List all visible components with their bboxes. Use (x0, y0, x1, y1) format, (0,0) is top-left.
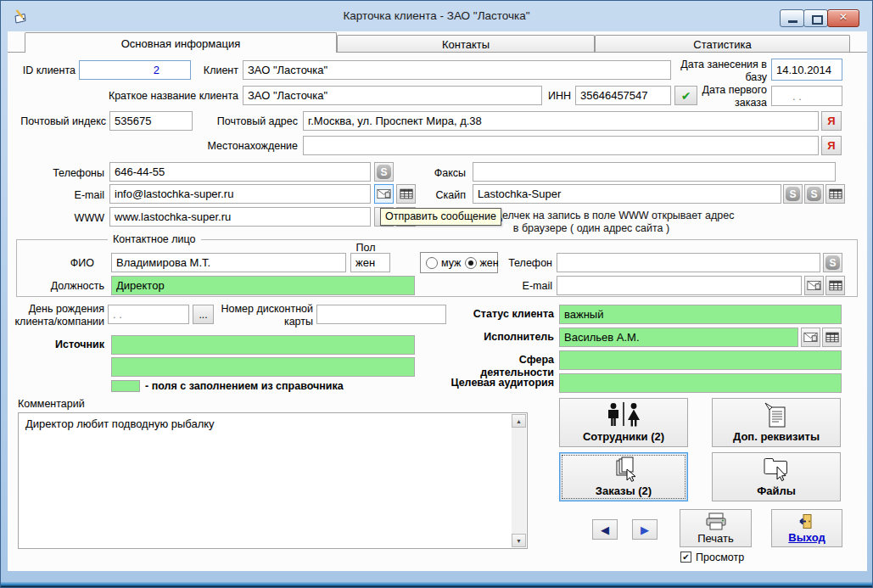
email-list-button[interactable] (396, 184, 416, 204)
gender-value-field[interactable] (350, 253, 390, 272)
contact-send-email-button[interactable] (804, 276, 824, 295)
contact-person-group-title: Контактное лицо (108, 233, 201, 245)
scroll-up-icon: ▲ (516, 418, 522, 424)
business-sphere-field[interactable] (559, 350, 842, 370)
discount-card-label: Номер дисконтной карты (213, 303, 313, 328)
contact-phone-label: Телефон (501, 257, 552, 270)
source-label: Источник (43, 339, 104, 351)
scroll-down-button[interactable]: ▼ (512, 534, 526, 547)
table-icon (829, 188, 842, 199)
phones-field[interactable] (109, 162, 371, 182)
client-status-field[interactable] (559, 305, 842, 324)
client-card-window: Карточка клиента - ЗАО "Ласточка" ✕ Осно… (0, 0, 873, 588)
contact-phone-field[interactable] (557, 253, 820, 272)
birthday-label: День рождения клиента/компании (4, 303, 104, 328)
position-field[interactable] (111, 276, 415, 295)
gender-male-label: муж (441, 257, 462, 269)
www-field[interactable] (109, 207, 371, 227)
birthday-field[interactable] (108, 305, 189, 324)
postal-code-label: Почтовый индекс (6, 115, 106, 128)
faxes-field[interactable] (473, 162, 836, 182)
executor-send-email-button[interactable] (801, 328, 820, 347)
www-label: WWW (69, 212, 104, 225)
extra-requisites-button[interactable]: Доп. реквизиты (712, 398, 841, 447)
dictionary-legend-text: - поля с заполнением из справочника (145, 380, 400, 393)
employees-button[interactable]: Сотрудники (2) (559, 398, 688, 447)
prev-record-button[interactable]: ◀ (592, 519, 618, 540)
phones-label: Телефоны (48, 167, 104, 180)
tab-main-info[interactable]: Основная информация (25, 32, 337, 53)
location-field[interactable] (303, 136, 819, 155)
close-button[interactable]: ✕ (827, 9, 859, 27)
business-sphere-label: Сфера деятельности (444, 354, 554, 379)
files-folder-icon (762, 456, 791, 482)
first-order-date-field[interactable] (771, 86, 842, 106)
gender-male-radio[interactable] (426, 257, 438, 269)
date-added-label: Дата занесения в базу (675, 59, 767, 84)
discount-card-field[interactable] (316, 305, 446, 324)
minimize-button[interactable] (780, 9, 804, 27)
contact-skype-button[interactable]: S (823, 253, 842, 272)
inn-field[interactable] (575, 86, 671, 105)
scroll-down-icon: ▼ (516, 538, 522, 544)
prev-arrow-icon: ◀ (601, 524, 609, 536)
print-button[interactable]: Печать (680, 509, 752, 547)
contact-fio-field[interactable] (111, 253, 346, 272)
preview-checkbox-label: Просмотр (696, 552, 755, 564)
client-status-label: Статус клиента (471, 308, 554, 321)
table-icon (825, 332, 839, 343)
close-icon: ✕ (828, 11, 859, 23)
send-email-button[interactable] (374, 184, 394, 204)
tab-contacts[interactable]: Контакты (337, 35, 595, 53)
skype-call-button-2[interactable]: S (783, 184, 803, 204)
files-button-label: Файлы (757, 484, 796, 497)
yandex-address-button[interactable]: Я (821, 111, 842, 131)
app-card-pen-icon[interactable] (12, 8, 29, 25)
skype-icon: S (377, 165, 391, 179)
date-added-field[interactable] (771, 59, 842, 81)
location-label: Местонахождение (193, 140, 298, 153)
table-icon (829, 280, 842, 291)
short-name-field[interactable] (243, 86, 542, 105)
yandex-location-button[interactable]: Я (821, 136, 842, 155)
exit-button[interactable]: Выход (771, 509, 842, 547)
orders-button[interactable]: Заказы (2) (559, 452, 688, 501)
send-message-tooltip: Отправить сообщение (380, 208, 501, 226)
source-field-1[interactable] (111, 335, 415, 355)
checkmark-icon: ✔ (682, 552, 689, 562)
gender-female-radio[interactable] (465, 257, 477, 269)
tab-statistics[interactable]: Статистика (595, 35, 850, 53)
executor-field[interactable] (559, 328, 798, 347)
gender-female-label: жен (480, 257, 499, 269)
email-field[interactable] (109, 184, 371, 204)
client-label: Клиент (191, 64, 238, 77)
contact-email-field[interactable] (557, 276, 802, 295)
birthday-browse-button[interactable]: ... (193, 305, 214, 324)
target-audience-field[interactable] (559, 373, 842, 393)
email-label: E-mail (65, 189, 104, 202)
next-record-button[interactable]: ▶ (632, 519, 658, 540)
files-button[interactable]: Файлы (712, 452, 841, 501)
source-field-2[interactable] (111, 357, 415, 377)
comment-textarea[interactable]: Директор любит подводную рыбалку (20, 414, 512, 547)
executor-list-button[interactable] (822, 328, 842, 347)
client-id-field[interactable] (79, 60, 191, 80)
preview-checkbox[interactable]: ✔ (680, 552, 691, 563)
client-field[interactable] (243, 60, 671, 80)
skype-label: Скайп (428, 189, 466, 202)
comment-scrollbar[interactable]: ▲ ▼ (512, 414, 526, 547)
skype-chat-button[interactable]: S (804, 184, 824, 204)
skype-icon: S (825, 255, 840, 270)
skype-list-button[interactable] (825, 184, 845, 204)
send-mail-icon (807, 279, 821, 292)
scroll-up-button[interactable]: ▲ (512, 414, 526, 428)
postal-code-field[interactable] (109, 111, 193, 131)
postal-address-field[interactable] (303, 111, 819, 131)
contact-email-list-button[interactable] (825, 276, 845, 295)
skype-call-button[interactable]: S (374, 162, 394, 182)
minimize-icon (788, 20, 797, 23)
skype-field[interactable] (473, 184, 781, 204)
maximize-button[interactable] (803, 9, 828, 27)
gender-radio-group: муж жен (420, 252, 498, 273)
window-bottom-edge (1, 582, 872, 587)
